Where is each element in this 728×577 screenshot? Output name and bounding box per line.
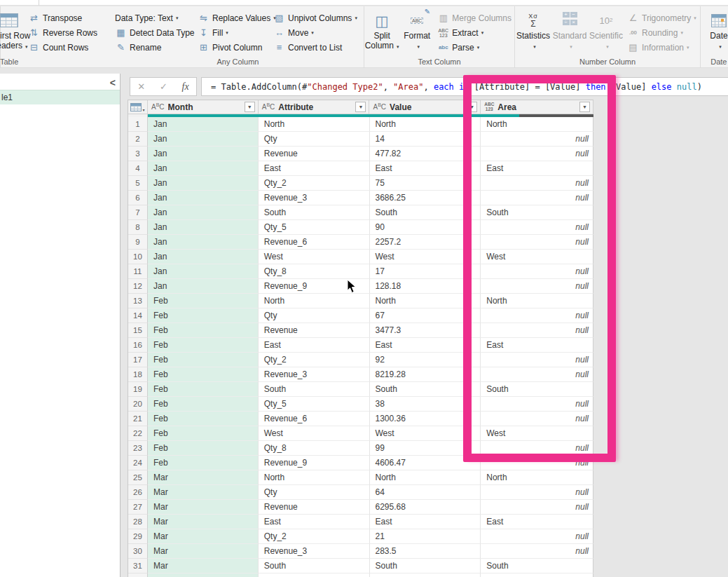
row-number[interactable]: 23 — [128, 441, 148, 456]
grid-cell[interactable]: Jan — [148, 176, 259, 191]
row-number[interactable]: 4 — [128, 161, 148, 176]
grid-cell[interactable]: 14 — [370, 132, 481, 147]
grid-cell[interactable]: Revenue_9 — [259, 456, 370, 470]
grid-cell[interactable]: West — [259, 426, 370, 441]
scientific-button[interactable]: 102Scientific▾ — [588, 8, 624, 55]
grid-cell[interactable]: West — [259, 250, 370, 264]
grid-cell[interactable]: Feb — [148, 353, 259, 367]
grid-cell[interactable]: East — [481, 515, 593, 529]
grid-cell[interactable]: Mar — [148, 500, 259, 515]
grid-cell[interactable]: null — [481, 264, 593, 279]
date-button[interactable]: Date▾ — [701, 8, 728, 55]
grid-cell[interactable]: Qty — [259, 485, 370, 500]
grid-cell[interactable]: Jan — [148, 132, 259, 147]
grid-cell[interactable]: null — [481, 308, 593, 323]
grid-cell[interactable]: Qty_5 — [259, 397, 370, 412]
grid-cell[interactable]: Feb — [148, 397, 259, 412]
grid-cell[interactable]: null — [481, 397, 593, 412]
grid-cell[interactable]: 3477.3 — [370, 323, 481, 338]
row-number[interactable]: 8 — [128, 220, 148, 235]
row-number[interactable]: 16 — [128, 338, 148, 353]
grid-cell[interactable]: Revenue_6 — [259, 412, 370, 426]
grid-cell[interactable]: 4606.47 — [370, 456, 481, 470]
grid-cell[interactable]: 67 — [370, 308, 481, 323]
grid-cell[interactable]: Qty_2 — [259, 353, 370, 367]
grid-cell[interactable]: Feb — [148, 382, 259, 397]
grid-cell[interactable]: 99 — [370, 441, 481, 456]
grid-cell[interactable]: Qty — [259, 132, 370, 147]
row-number[interactable]: 31 — [128, 559, 148, 573]
row-number[interactable]: 29 — [128, 529, 148, 544]
grid-cell[interactable]: East — [259, 161, 370, 176]
count-rows-button[interactable]: ⊟Count Rows — [25, 40, 100, 55]
grid-cell[interactable]: null — [481, 279, 593, 294]
grid-cell[interactable]: Feb — [148, 367, 259, 382]
grid-cell[interactable]: South — [259, 205, 370, 220]
grid-cell[interactable]: Revenue_6 — [259, 235, 370, 250]
grid-cell[interactable]: East — [259, 515, 370, 529]
row-number[interactable]: 18 — [128, 367, 148, 382]
grid-cell[interactable]: Mar — [148, 515, 259, 529]
grid-cell[interactable]: 128.18 — [370, 279, 481, 294]
grid-cell[interactable]: North — [370, 294, 481, 308]
grid-cell[interactable]: West — [370, 250, 481, 264]
grid-cell[interactable]: 283.5 — [370, 544, 481, 559]
row-number[interactable]: 17 — [128, 353, 148, 367]
grid-cell[interactable]: null — [481, 235, 593, 250]
row-number[interactable]: 22 — [128, 426, 148, 441]
grid-cell[interactable]: Qty — [259, 308, 370, 323]
grid-cell[interactable]: Feb — [148, 412, 259, 426]
detect-data-type-button[interactable]: ▦Detect Data Type — [112, 25, 195, 40]
grid-cell[interactable]: Revenue — [259, 323, 370, 338]
grid-cell[interactable]: North — [481, 294, 593, 308]
grid-cell[interactable]: East — [370, 338, 481, 353]
grid-cell[interactable]: 38 — [370, 397, 481, 412]
grid-cell[interactable]: North — [370, 470, 481, 485]
grid-cell[interactable]: North — [259, 470, 370, 485]
row-number[interactable]: 20 — [128, 397, 148, 412]
row-number[interactable]: 15 — [128, 323, 148, 338]
grid-cell[interactable]: null — [481, 147, 593, 161]
grid-cell[interactable]: South — [481, 382, 593, 397]
grid-cell[interactable]: Revenue — [259, 147, 370, 161]
grid-cell[interactable]: null — [481, 529, 593, 544]
row-number[interactable]: 11 — [128, 264, 148, 279]
grid-cell[interactable]: East — [481, 338, 593, 353]
convert-to-list-button[interactable]: ≡Convert to List — [270, 40, 363, 55]
grid-cell[interactable]: East — [259, 338, 370, 353]
standard-button[interactable]: +−÷×Standard▾ — [551, 8, 588, 55]
select-all-corner[interactable]: ▾ — [128, 100, 148, 114]
data-type-text-button[interactable]: Data Type: Text▾ — [112, 11, 195, 25]
grid-cell[interactable]: Mar — [148, 470, 259, 485]
row-number[interactable]: 28 — [128, 515, 148, 529]
grid-cell[interactable]: null — [481, 485, 593, 500]
grid-cell[interactable]: Qty_5 — [259, 220, 370, 235]
grid-cell[interactable]: Qty_8 — [259, 441, 370, 456]
grid-cell[interactable]: 3686.25 — [370, 191, 481, 205]
column-header-area[interactable]: ABC123Area▼ — [481, 100, 593, 114]
grid-cell[interactable]: 92 — [370, 353, 481, 367]
grid-cell[interactable]: East — [481, 161, 593, 176]
collapse-pane-icon[interactable]: < — [110, 77, 116, 88]
grid-cell[interactable]: Jan — [148, 205, 259, 220]
grid-cell[interactable]: 8219.28 — [370, 367, 481, 382]
rounding-button[interactable]: .00Rounding▾ — [624, 25, 699, 40]
row-number[interactable]: 19 — [128, 382, 148, 397]
grid-cell[interactable]: 6295.68 — [370, 500, 481, 515]
grid-cell[interactable]: Revenue — [259, 500, 370, 515]
grid-cell[interactable]: 1300.36 — [370, 412, 481, 426]
unpivot-columns-button[interactable]: ▧Unpivot Columns▾ — [270, 11, 363, 25]
filter-button[interactable]: ▼ — [245, 102, 255, 112]
format-button[interactable]: ABC✎Format▾ — [399, 8, 434, 55]
grid-cell[interactable]: null — [481, 176, 593, 191]
grid-cell[interactable]: South — [370, 559, 481, 573]
replace-values-button[interactable]: ⇋Replace Values▾ — [195, 11, 270, 25]
filter-button[interactable]: ▼ — [579, 102, 590, 112]
commit-icon[interactable]: ✓ — [160, 81, 167, 92]
statistics-button[interactable]: XσΣStatistics▾ — [515, 8, 551, 55]
merge-columns-button[interactable]: ▥Merge Columns — [434, 11, 514, 25]
cancel-icon[interactable]: ✕ — [137, 81, 145, 92]
grid-cell[interactable]: 477.82 — [370, 147, 481, 161]
row-number[interactable]: 9 — [128, 235, 148, 250]
row-number[interactable]: 6 — [128, 191, 148, 205]
